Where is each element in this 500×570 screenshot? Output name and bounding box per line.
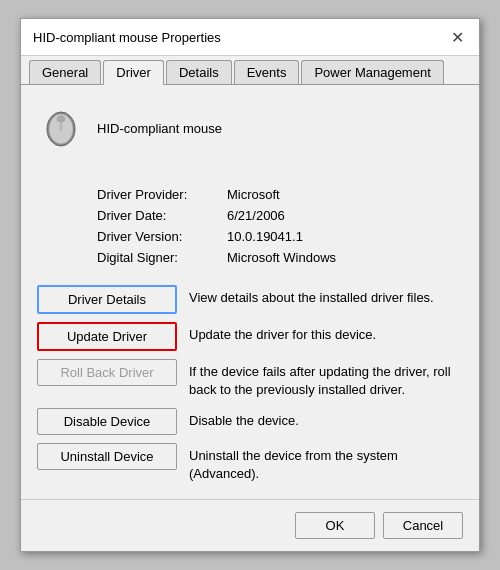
driver-details-description: View details about the installed driver … xyxy=(189,285,434,307)
window-title: HID-compliant mouse Properties xyxy=(33,30,221,45)
footer: OK Cancel xyxy=(21,499,479,551)
tab-details[interactable]: Details xyxy=(166,60,232,84)
roll-back-description: If the device fails after updating the d… xyxy=(189,359,463,399)
ok-button[interactable]: OK xyxy=(295,512,375,539)
date-label: Driver Date: xyxy=(97,208,227,223)
title-bar: HID-compliant mouse Properties ✕ xyxy=(21,19,479,56)
info-row-provider: Driver Provider: Microsoft xyxy=(97,187,463,202)
driver-details-button[interactable]: Driver Details xyxy=(37,285,177,314)
disable-device-row: Disable Device Disable the device. xyxy=(37,408,463,435)
cancel-button[interactable]: Cancel xyxy=(383,512,463,539)
device-icon xyxy=(37,101,85,155)
tab-general[interactable]: General xyxy=(29,60,101,84)
info-row-signer: Digital Signer: Microsoft Windows xyxy=(97,250,463,265)
svg-point-3 xyxy=(57,116,65,122)
tab-power-management[interactable]: Power Management xyxy=(301,60,443,84)
signer-value: Microsoft Windows xyxy=(227,250,336,265)
uninstall-device-button[interactable]: Uninstall Device xyxy=(37,443,177,470)
uninstall-device-description: Uninstall the device from the system (Ad… xyxy=(189,443,463,483)
signer-label: Digital Signer: xyxy=(97,250,227,265)
tab-content: HID-compliant mouse Driver Provider: Mic… xyxy=(21,85,479,499)
info-row-date: Driver Date: 6/21/2006 xyxy=(97,208,463,223)
disable-device-button[interactable]: Disable Device xyxy=(37,408,177,435)
update-driver-description: Update the driver for this device. xyxy=(189,322,376,344)
close-button[interactable]: ✕ xyxy=(447,27,467,47)
version-label: Driver Version: xyxy=(97,229,227,244)
version-value: 10.0.19041.1 xyxy=(227,229,303,244)
driver-info-section: Driver Provider: Microsoft Driver Date: … xyxy=(97,187,463,265)
roll-back-driver-button[interactable]: Roll Back Driver xyxy=(37,359,177,386)
device-name: HID-compliant mouse xyxy=(97,121,222,136)
provider-value: Microsoft xyxy=(227,187,280,202)
tab-bar: General Driver Details Events Power Mana… xyxy=(21,56,479,85)
svg-point-4 xyxy=(59,124,63,130)
tab-events[interactable]: Events xyxy=(234,60,300,84)
update-driver-button[interactable]: Update Driver xyxy=(37,322,177,351)
uninstall-device-row: Uninstall Device Uninstall the device fr… xyxy=(37,443,463,483)
update-driver-row: Update Driver Update the driver for this… xyxy=(37,322,463,351)
tab-driver[interactable]: Driver xyxy=(103,60,164,85)
roll-back-row: Roll Back Driver If the device fails aft… xyxy=(37,359,463,399)
provider-label: Driver Provider: xyxy=(97,187,227,202)
info-row-version: Driver Version: 10.0.19041.1 xyxy=(97,229,463,244)
disable-device-description: Disable the device. xyxy=(189,408,299,430)
driver-details-row: Driver Details View details about the in… xyxy=(37,285,463,314)
action-buttons-section: Driver Details View details about the in… xyxy=(37,285,463,483)
properties-window: HID-compliant mouse Properties ✕ General… xyxy=(20,18,480,552)
date-value: 6/21/2006 xyxy=(227,208,285,223)
device-header: HID-compliant mouse xyxy=(37,101,463,167)
